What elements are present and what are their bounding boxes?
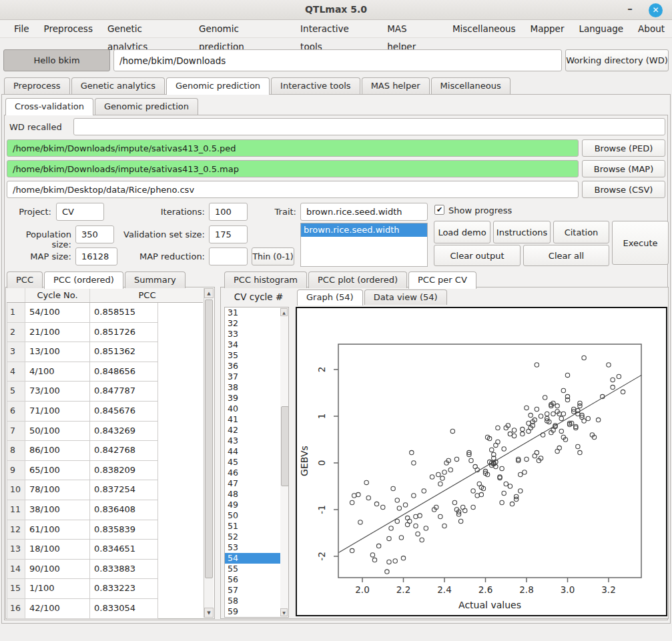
cell-pcc[interactable]: 0.838209 xyxy=(90,461,158,481)
tab-genetic-analytics[interactable]: Genetic analytics xyxy=(71,77,165,94)
cell-cycle[interactable]: 61/100 xyxy=(25,520,90,540)
cv-cycle-item[interactable]: 51 xyxy=(225,521,288,532)
menu-item-genetic-analytics[interactable]: Genetic analytics xyxy=(100,20,192,38)
results-scrollbar[interactable]: ▲ ▼ xyxy=(204,288,214,618)
plots-tab-pcc-histogram[interactable]: PCC histogram xyxy=(224,271,307,288)
cv-cycle-item[interactable]: 45 xyxy=(225,457,288,468)
cell-cycle[interactable]: 13/100 xyxy=(25,342,90,362)
cv-cycle-item[interactable]: 53 xyxy=(225,542,288,553)
menu-item-mapper[interactable]: Mapper xyxy=(523,20,572,38)
cv-cycle-item[interactable]: 36 xyxy=(225,361,288,372)
validation-set-size-input[interactable] xyxy=(209,225,248,243)
cv-cycle-item[interactable]: 35 xyxy=(225,350,288,361)
subtab-cross-validation[interactable]: Cross-validation xyxy=(5,98,93,115)
show-progress-checkbox[interactable]: ✔ xyxy=(434,205,444,215)
cell-pcc[interactable]: 0.837254 xyxy=(90,480,158,500)
cv-cycle-item[interactable]: 56 xyxy=(225,574,288,585)
col-header-pcc[interactable]: PCC xyxy=(90,288,204,302)
trait-input[interactable] xyxy=(300,203,428,221)
scroll-down-icon[interactable]: ▼ xyxy=(280,608,288,616)
menu-item-language[interactable]: Language xyxy=(571,20,631,38)
clear-all-button[interactable]: Clear all xyxy=(523,245,609,266)
scroll-down-icon[interactable]: ▼ xyxy=(204,608,214,618)
cv-cycle-item[interactable]: 32 xyxy=(225,318,288,329)
cv-cycle-item[interactable]: 33 xyxy=(225,329,288,340)
cell-pcc[interactable]: 0.858515 xyxy=(90,303,158,323)
iterations-input[interactable] xyxy=(209,203,248,221)
cell-pcc[interactable]: 0.851726 xyxy=(90,323,158,343)
cv-cycle-item[interactable]: 57 xyxy=(225,585,288,596)
cell-cycle[interactable]: 4/100 xyxy=(25,362,90,382)
thin-button[interactable]: Thin (0-1) xyxy=(252,247,294,265)
scroll-up-icon[interactable]: ▲ xyxy=(204,288,214,298)
cv-cycle-item[interactable]: 40 xyxy=(225,404,288,414)
col-header-cycle[interactable]: Cycle No. xyxy=(25,288,90,302)
cv-cycle-item[interactable]: 58 xyxy=(225,596,288,606)
cv-cycle-item[interactable]: 43 xyxy=(225,436,288,446)
row-index[interactable]: 16 xyxy=(7,599,25,619)
cv-cycle-item[interactable]: 41 xyxy=(225,414,288,425)
ped-file-input[interactable] xyxy=(7,139,579,157)
scrollbar-thumb[interactable] xyxy=(281,406,289,486)
working-directory-button[interactable]: Working directory (WD) xyxy=(565,49,669,71)
menu-item-miscellaneous[interactable]: Miscellaneous xyxy=(445,20,523,38)
cell-cycle[interactable]: 38/100 xyxy=(25,500,90,520)
population-size-input[interactable] xyxy=(75,225,114,243)
row-index[interactable]: 6 xyxy=(7,402,25,422)
cv-cycle-item[interactable]: 34 xyxy=(225,340,288,350)
cell-pcc[interactable]: 0.845676 xyxy=(90,402,158,422)
cell-pcc[interactable]: 0.833223 xyxy=(90,579,158,599)
menu-item-about[interactable]: About xyxy=(631,20,672,38)
tab-preprocess[interactable]: Preprocess xyxy=(4,77,70,94)
cv-list-scrollbar[interactable]: ▲ ▼ xyxy=(280,307,288,617)
minimize-icon[interactable]: – xyxy=(623,0,637,20)
row-index[interactable]: 12 xyxy=(7,520,25,540)
cell-pcc[interactable]: 0.835839 xyxy=(90,520,158,540)
row-index[interactable]: 3 xyxy=(7,342,25,362)
cv-cycle-item[interactable]: 44 xyxy=(225,446,288,457)
row-index[interactable]: 2 xyxy=(7,323,25,343)
hello-user-button[interactable]: Hello bkim xyxy=(3,49,110,71)
cv-cycle-item[interactable]: 55 xyxy=(225,564,288,574)
cv-cycle-item[interactable]: 49 xyxy=(225,500,288,510)
cell-cycle[interactable]: 71/100 xyxy=(25,402,90,422)
menu-item-file[interactable]: File xyxy=(7,20,37,38)
citation-button[interactable]: Citation xyxy=(553,221,609,243)
row-index[interactable]: 7 xyxy=(7,422,25,442)
cell-pcc[interactable]: 0.851362 xyxy=(90,342,158,362)
cell-pcc[interactable]: 0.834651 xyxy=(90,540,158,560)
cv-cycle-item[interactable]: 37 xyxy=(225,372,288,382)
cell-cycle[interactable]: 42/100 xyxy=(25,599,90,619)
cell-pcc[interactable]: 0.848656 xyxy=(90,362,158,382)
close-icon[interactable]: ✕ xyxy=(649,3,663,17)
working-directory-input[interactable] xyxy=(113,49,562,71)
row-index[interactable]: 10 xyxy=(7,480,25,500)
menu-item-genomic-prediction[interactable]: Genomic prediction xyxy=(192,20,293,38)
cv-cycle-item[interactable]: 46 xyxy=(225,468,288,478)
cv-cycle-item[interactable]: 39 xyxy=(225,393,288,404)
trait-list-item[interactable]: brown.rice.seed.width xyxy=(301,223,427,237)
cell-cycle[interactable]: 90/100 xyxy=(25,560,90,580)
row-index[interactable]: 8 xyxy=(7,441,25,461)
plots-tab-pcc-per-cv[interactable]: PCC per CV xyxy=(408,271,476,289)
menu-item-interactive-tools[interactable]: Interactive tools xyxy=(293,20,380,38)
cv-cycle-item[interactable]: 50 xyxy=(225,510,288,521)
tab-genomic-prediction[interactable]: Genomic prediction xyxy=(166,77,270,95)
row-index[interactable]: 14 xyxy=(7,560,25,580)
cv-cycle-listbox[interactable]: 3132333435363738394041424344454647484950… xyxy=(224,307,289,618)
view-tab-graph-54[interactable]: Graph (54) xyxy=(297,289,363,305)
wd-recalled-input[interactable] xyxy=(73,118,665,135)
execute-button[interactable]: Execute xyxy=(612,221,669,265)
cv-cycle-item[interactable]: 31 xyxy=(225,307,288,318)
row-index[interactable]: 4 xyxy=(7,362,25,382)
cell-pcc[interactable]: 0.847787 xyxy=(90,382,158,402)
cell-cycle[interactable]: 65/100 xyxy=(25,461,90,481)
project-input[interactable] xyxy=(56,203,104,221)
cv-cycle-item[interactable]: 48 xyxy=(225,489,288,500)
cell-cycle[interactable]: 21/100 xyxy=(25,323,90,343)
cell-cycle[interactable]: 50/100 xyxy=(25,422,90,442)
trait-listbox[interactable]: brown.rice.seed.width xyxy=(300,223,428,267)
cv-cycle-item[interactable]: 54 xyxy=(225,553,288,564)
results-tab-pcc[interactable]: PCC xyxy=(7,271,43,288)
browse-ped-button[interactable]: Browse (PED) xyxy=(582,139,665,157)
